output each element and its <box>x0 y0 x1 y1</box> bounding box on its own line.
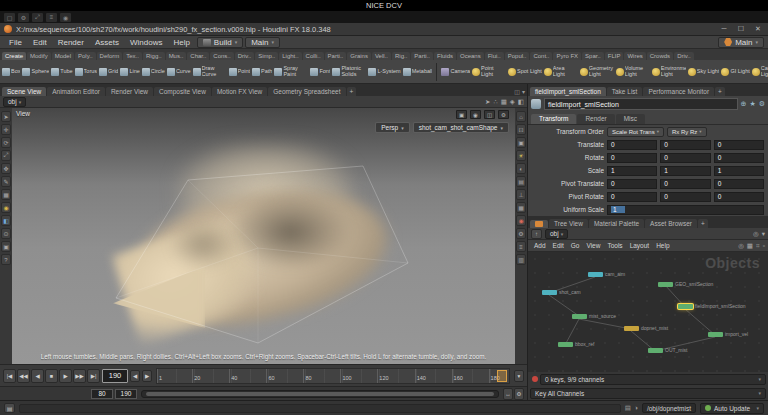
wireframe-icon[interactable]: ▤ <box>516 176 526 187</box>
new-pane-tab-button[interactable]: + <box>347 87 357 96</box>
network-node[interactable]: cam_aim <box>588 272 603 277</box>
param-y-field[interactable]: 1 <box>660 166 710 176</box>
network-node[interactable]: fieldImport_smlSection <box>678 304 693 309</box>
network-canvas[interactable]: Objects cam_aim shot_cam <box>528 252 768 372</box>
net-overview-icon[interactable]: ▫ <box>763 242 765 249</box>
shelf-tab[interactable]: Poly.. <box>75 52 96 60</box>
dcv-menu-icon[interactable]: ≡ <box>46 13 57 22</box>
pane-tab[interactable]: Material Palette <box>589 219 644 228</box>
snapshot-icon[interactable]: ◉ <box>470 110 481 119</box>
viewport-context-path[interactable]: obj <box>3 97 26 107</box>
keyframe-scope-icon[interactable]: ◉ <box>1 202 11 213</box>
shelf-tab[interactable]: Popul.. <box>505 52 530 60</box>
keys-channels-dropdown[interactable]: 0 keys, 9/9 channels <box>540 374 766 385</box>
network-node[interactable]: GEO_smlSection <box>658 282 673 287</box>
network-menu-item[interactable]: Layout <box>627 242 653 249</box>
normals-icon[interactable]: ⊥ <box>516 189 526 200</box>
shading-mode-icon[interactable]: ◐ <box>516 163 526 174</box>
snap-points-icon[interactable]: ∴ <box>494 98 498 106</box>
display-options-icon[interactable]: ⚙ <box>498 110 509 119</box>
shelf-tab[interactable]: Wires <box>624 52 645 60</box>
param-z-field[interactable]: 0 <box>714 140 764 150</box>
network-menu-item[interactable]: Go <box>568 242 583 249</box>
shelf-tool[interactable]: Spot Light <box>508 68 542 76</box>
shelf-tab[interactable]: Mus.. <box>166 52 187 60</box>
shelf-tab[interactable]: Cont.. <box>530 52 552 60</box>
scale-icon[interactable]: ⤢ <box>1 150 11 161</box>
param-y-field[interactable]: 0 <box>660 192 710 202</box>
pane-tab[interactable]: fieldImport_smlSection <box>530 87 606 96</box>
menu-item[interactable]: Assets <box>90 38 124 47</box>
dcv-fullscreen-icon[interactable]: ⤢ <box>32 13 43 22</box>
shelf-tab[interactable]: Driv.. <box>674 52 694 60</box>
shelf-tool[interactable]: Path <box>252 68 272 76</box>
shelf-tool[interactable]: Spray Paint <box>274 66 308 78</box>
shelf-tab[interactable]: Simp.. <box>255 52 278 60</box>
grid-toggle-icon[interactable]: ▦ <box>516 202 526 213</box>
shelf-tab[interactable]: FLIP <box>605 52 624 60</box>
go-to-end-button[interactable]: ▶| <box>87 369 100 383</box>
playhead[interactable] <box>497 370 507 382</box>
param-y-field[interactable]: 0 <box>660 153 710 163</box>
shelf-tab[interactable]: Deform <box>97 52 123 60</box>
range-slider[interactable] <box>141 390 499 398</box>
shelf-tab[interactable]: Vell.. <box>372 52 391 60</box>
network-menu-item[interactable]: Help <box>653 242 672 249</box>
pane-tab[interactable]: Scene View <box>2 87 46 96</box>
transform-order-select[interactable]: Scale Rot Trans <box>607 127 664 137</box>
desktop-selector[interactable]: Build <box>197 37 243 48</box>
translate-icon[interactable]: ✛ <box>1 124 11 135</box>
shelf-tab[interactable]: Tex.. <box>123 52 142 60</box>
network-editor-tab[interactable] <box>530 220 548 228</box>
camera-view-icon[interactable]: ▣ <box>516 137 526 148</box>
new-pane-tab-button[interactable]: + <box>715 87 725 96</box>
shelf-tool[interactable]: Grid <box>99 68 118 76</box>
display-flags-icon[interactable]: ▣ <box>1 241 11 252</box>
param-z-field[interactable]: 1 <box>714 166 764 176</box>
network-menu-item[interactable]: Tools <box>604 242 625 249</box>
new-pane-tab-button[interactable]: + <box>698 219 708 228</box>
pane-tab[interactable]: Asset Browser <box>645 219 697 228</box>
color-palette-icon[interactable]: ▦ <box>747 242 753 250</box>
construction-plane-icon[interactable]: ◧ <box>518 98 524 106</box>
input-selector-icon[interactable]: ⊕ <box>741 100 747 108</box>
projection-menu[interactable]: Persp <box>375 122 410 133</box>
shelf-tool[interactable]: GI Light <box>721 68 749 76</box>
menu-item[interactable]: Windows <box>125 38 167 47</box>
view-home-icon[interactable]: ⌂ <box>516 111 526 122</box>
shelf-tab[interactable]: Pyro FX <box>553 52 581 60</box>
auto-update-dropdown[interactable]: Auto Update <box>700 403 764 414</box>
camera-selector[interactable]: shot_cam_shot_camShape <box>413 122 509 133</box>
shelf-tool[interactable]: Sphere <box>22 68 49 76</box>
shelf-tab[interactable]: Create <box>2 52 26 60</box>
shelf-tab[interactable]: Colli.. <box>303 52 324 60</box>
shelf-tab[interactable]: Grains <box>347 52 371 60</box>
shelf-tab[interactable]: Rig.. <box>392 52 410 60</box>
path-up-button[interactable]: ↑ <box>531 229 542 239</box>
shelf-tool[interactable]: Sky Light <box>688 68 720 76</box>
shelf-tool[interactable]: Area Light <box>544 66 578 78</box>
param-y-field[interactable]: 0 <box>660 179 710 189</box>
param-x-field[interactable]: 0 <box>607 153 657 163</box>
menu-item[interactable]: File <box>4 38 27 47</box>
shelf-tool[interactable]: Font <box>310 68 330 76</box>
playbar-prefs-icon[interactable]: ⚙ <box>514 388 524 400</box>
range-start-field[interactable]: 80 <box>91 389 113 399</box>
edit-icon[interactable]: ✎ <box>1 176 11 187</box>
shelf-tab[interactable]: Parti.. <box>325 52 347 60</box>
shelf-tab[interactable]: Oceans <box>457 52 484 60</box>
param-x-field[interactable]: 0 <box>607 179 657 189</box>
play-forward-button[interactable]: ▶ <box>59 369 72 383</box>
gear-menu-icon[interactable]: ⚙ <box>759 100 765 108</box>
global-range-icon[interactable]: ↔ <box>503 388 513 400</box>
range-slider-thumb[interactable] <box>146 392 495 396</box>
snap-grid-icon[interactable]: ▦ <box>501 98 507 106</box>
dcv-settings-icon[interactable]: ⚙ <box>18 13 29 22</box>
shelf-tool[interactable]: Tube <box>51 68 72 76</box>
shelf-tab[interactable]: Parti.. <box>411 52 433 60</box>
shelf-tool[interactable]: Volume Light <box>616 66 650 78</box>
grid-snap-icon[interactable]: ⌗ <box>756 242 760 250</box>
param-y-field[interactable]: 0 <box>660 140 710 150</box>
view-options-icon[interactable]: ⚙ <box>516 228 526 239</box>
pane-tab[interactable]: Animation Editor <box>47 87 105 96</box>
